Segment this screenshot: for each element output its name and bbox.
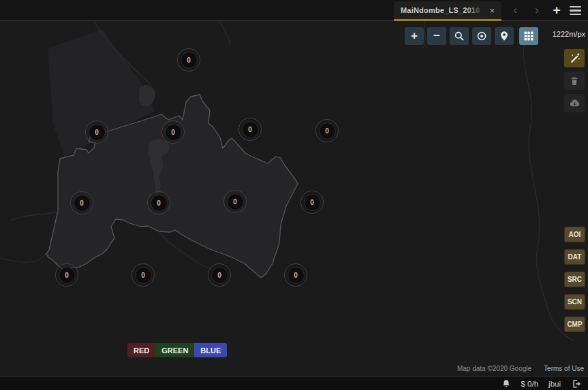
- side-tools: [564, 49, 585, 112]
- map-cluster-marker[interactable]: 0: [85, 120, 108, 144]
- magic-wand-icon: [569, 52, 581, 64]
- history-forward-button[interactable]: ›: [529, 0, 544, 21]
- marker-count: 0: [74, 195, 91, 212]
- map-cluster-marker[interactable]: 0: [300, 191, 324, 214]
- map-attribution: Map data ©2020 Google Terms of Use: [457, 365, 584, 372]
- map-cluster-marker[interactable]: 0: [223, 190, 247, 213]
- marker-count: 0: [135, 267, 152, 284]
- tab-bar: MaiNdombe_LS_2016_Jan × ‹ › +: [0, 0, 588, 21]
- map-cluster-marker[interactable]: 0: [70, 191, 93, 214]
- trash-icon: [569, 76, 580, 86]
- tab-src[interactable]: SRC: [564, 272, 585, 287]
- zoom-in-button[interactable]: +: [405, 27, 424, 45]
- marker-count: 0: [242, 121, 259, 138]
- grid-button[interactable]: [519, 27, 538, 45]
- map-cluster-marker[interactable]: 0: [238, 118, 262, 141]
- map-toolbar: + −: [405, 27, 538, 45]
- map-scale-label: 1222m/px: [553, 30, 585, 38]
- marker-count: 0: [211, 267, 228, 284]
- marker-count: 0: [319, 123, 336, 140]
- map-data-credit: Map data ©2020 Google: [457, 365, 531, 372]
- menu-button[interactable]: [570, 6, 581, 15]
- side-tabs: AOI DAT SRC SCN CMP: [564, 227, 585, 332]
- marker-count: 0: [59, 267, 76, 284]
- target-icon: [476, 31, 487, 42]
- tab-close-icon[interactable]: ×: [488, 5, 496, 16]
- channel-selector: RED GREEN BLUE: [127, 343, 227, 357]
- search-button[interactable]: [450, 27, 469, 45]
- red-channel-button[interactable]: RED: [127, 343, 155, 357]
- tab-title-fade: [466, 1, 484, 21]
- cloud-download-icon: [569, 97, 581, 109]
- map-cluster-marker[interactable]: 0: [208, 263, 231, 287]
- marker-count: 0: [165, 124, 182, 141]
- map-lake-patch: [138, 85, 155, 107]
- blue-channel-button[interactable]: BLUE: [194, 343, 227, 357]
- pin-button[interactable]: [495, 27, 514, 45]
- tab-mai-ndombe[interactable]: MaiNdombe_LS_2016_Jan ×: [394, 1, 501, 21]
- map-cluster-marker[interactable]: 0: [131, 263, 155, 287]
- new-tab-button[interactable]: +: [549, 0, 564, 21]
- marker-count: 0: [288, 267, 305, 284]
- map-canvas[interactable]: 0000000000000 + −: [0, 21, 588, 376]
- notifications-bell-icon[interactable]: [501, 379, 511, 389]
- tab-active-underline: [394, 19, 501, 21]
- app-window: 0000000000000 + −: [0, 0, 588, 390]
- marker-count: 0: [151, 195, 168, 212]
- map-cluster-marker[interactable]: 0: [177, 48, 200, 71]
- green-channel-button[interactable]: GREEN: [155, 343, 194, 357]
- tab-dat[interactable]: DAT: [564, 249, 585, 265]
- marker-count: 0: [304, 194, 321, 211]
- marker-count: 0: [227, 193, 244, 210]
- search-icon: [454, 31, 465, 42]
- magic-wand-button[interactable]: [564, 49, 585, 67]
- usage-rate: $ 0/h: [521, 380, 539, 388]
- zoom-out-button[interactable]: −: [427, 27, 446, 45]
- tab-cmp[interactable]: CMP: [564, 316, 585, 332]
- marker-count: 0: [89, 124, 106, 141]
- status-bar: $ 0/h jbui: [0, 376, 588, 390]
- map-cluster-marker[interactable]: 0: [315, 119, 339, 142]
- username[interactable]: jbui: [548, 380, 561, 388]
- marker-count: 0: [181, 52, 198, 69]
- tab-aoi[interactable]: AOI: [564, 227, 585, 242]
- tab-scn[interactable]: SCN: [564, 294, 585, 310]
- logout-icon[interactable]: [571, 379, 581, 389]
- history-back-button[interactable]: ‹: [508, 0, 523, 21]
- menu-icon: [570, 6, 581, 7]
- map-pin-icon: [499, 31, 510, 42]
- terms-of-use-link[interactable]: Terms of Use: [544, 365, 584, 372]
- delete-button[interactable]: [564, 71, 585, 90]
- grid-icon: [523, 31, 534, 42]
- locate-button[interactable]: [472, 27, 491, 45]
- map-cluster-marker[interactable]: 0: [161, 120, 185, 144]
- map-cluster-marker[interactable]: 0: [55, 263, 78, 287]
- map-cluster-marker[interactable]: 0: [147, 191, 170, 214]
- download-button[interactable]: [564, 94, 585, 112]
- map-cluster-marker[interactable]: 0: [284, 263, 307, 287]
